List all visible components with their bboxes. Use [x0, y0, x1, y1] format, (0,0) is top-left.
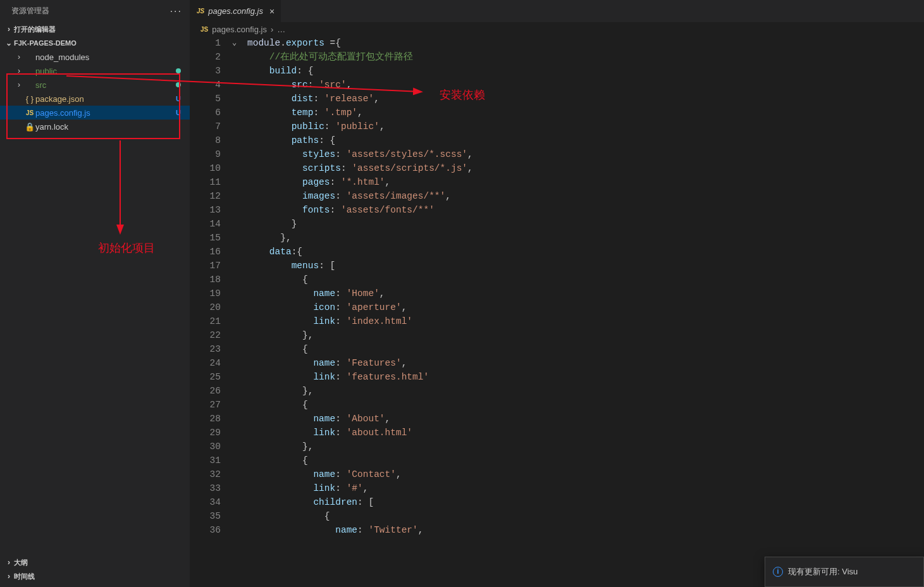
file-label: src	[35, 80, 176, 90]
chevron-right-icon: ›	[14, 80, 24, 89]
chevron-right-icon: ›	[271, 25, 273, 34]
file-tree-item[interactable]: 🔒yarn.lock	[0, 120, 190, 133]
open-editors-section[interactable]: › 打开的编辑器	[0, 22, 190, 36]
project-label: FJK-PAGES-DEMO	[14, 39, 77, 47]
chevron-right-icon: ›	[14, 53, 24, 61]
info-icon: i	[773, 567, 783, 577]
git-untracked-badge: U	[176, 109, 181, 116]
git-untracked-badge: U	[176, 95, 181, 102]
explorer-header: 资源管理器 ···	[0, 0, 190, 22]
tab-label: pages.config.js	[208, 6, 263, 16]
line-number-gutter: 1234567891011121314151617181920212223242…	[190, 36, 232, 587]
fold-column: ⌄	[232, 36, 247, 587]
open-editors-label: 打开的编辑器	[14, 25, 56, 34]
chevron-right-icon: ›	[14, 66, 24, 75]
outline-label: 大纲	[14, 558, 28, 567]
json-file-icon: { }	[24, 94, 35, 104]
js-file-icon: JS	[197, 8, 204, 15]
chevron-right-icon: ›	[4, 572, 14, 581]
timeline-section[interactable]: › 时间线	[0, 569, 190, 583]
project-section[interactable]: ⌄ FJK-PAGES-DEMO	[0, 36, 190, 50]
js-file-icon: JS	[24, 109, 35, 116]
tab-pages-config[interactable]: JS pages.config.js ×	[190, 0, 281, 22]
file-tree-item[interactable]: ›src	[0, 78, 190, 92]
file-label: pages.config.js	[35, 108, 176, 118]
file-tree-item[interactable]: { }package.jsonU	[0, 92, 190, 106]
code-lines[interactable]: module.exports ={ //在此处可动态配置打包文件路径 build…	[247, 36, 924, 587]
file-label: node_modules	[35, 53, 190, 62]
breadcrumb-tail: …	[277, 25, 285, 34]
tab-bar: JS pages.config.js ×	[190, 0, 924, 22]
more-actions-icon[interactable]: ···	[170, 6, 182, 17]
editor-pane: JS pages.config.js × JS pages.config.js …	[190, 0, 924, 587]
update-notification[interactable]: i 现有更新可用: Visu	[765, 557, 924, 587]
breadcrumb-file: pages.config.js	[212, 25, 267, 34]
git-modified-dot-icon	[176, 82, 181, 87]
explorer-sidebar: 资源管理器 ··· › 打开的编辑器 ⌄ FJK-PAGES-DEMO ›nod…	[0, 0, 190, 587]
breadcrumb[interactable]: JS pages.config.js › …	[190, 22, 924, 36]
file-tree-item[interactable]: ›node_modules	[0, 50, 190, 64]
file-tree-item[interactable]: JSpages.config.jsU	[0, 106, 190, 120]
git-modified-dot-icon	[176, 68, 181, 73]
outline-section[interactable]: › 大纲	[0, 555, 190, 569]
file-label: public	[35, 66, 176, 76]
code-editor[interactable]: 1234567891011121314151617181920212223242…	[190, 36, 924, 587]
chevron-right-icon: ›	[4, 558, 14, 567]
file-tree: ›node_modules›public›src{ }package.jsonU…	[0, 50, 190, 133]
explorer-title: 资源管理器	[11, 6, 49, 16]
file-tree-item[interactable]: ›public	[0, 64, 190, 78]
fold-chevron-icon[interactable]: ⌄	[232, 36, 237, 50]
chevron-right-icon: ›	[4, 25, 14, 34]
file-label: yarn.lock	[35, 122, 190, 132]
timeline-label: 时间线	[14, 572, 35, 581]
file-label: package.json	[35, 94, 176, 104]
chevron-down-icon: ⌄	[4, 39, 14, 47]
close-tab-icon[interactable]: ×	[269, 6, 274, 16]
update-text: 现有更新可用: Visu	[788, 566, 858, 578]
lock-file-icon: 🔒	[24, 122, 35, 132]
js-file-icon: JS	[200, 26, 208, 33]
